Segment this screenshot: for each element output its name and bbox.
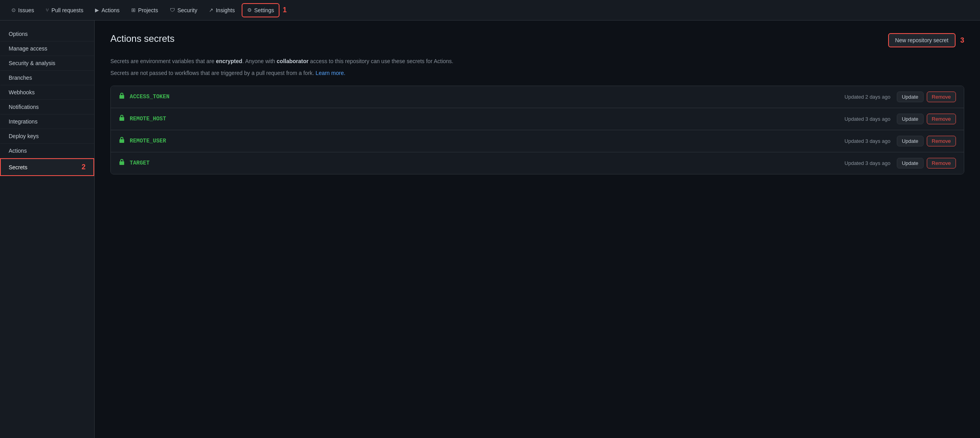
secret-actions: Update Remove [897, 158, 956, 168]
sidebar-item-secrets[interactable]: Secrets 2 [0, 158, 94, 176]
lock-icon [119, 159, 125, 167]
sidebar-item-deploy-keys[interactable]: Deploy keys [0, 129, 94, 144]
nav-item-insights[interactable]: ↗ Insights [204, 4, 240, 17]
sidebar-item-integrations[interactable]: Integrations [0, 114, 94, 129]
nav-item-pull-requests-label: Pull requests [51, 7, 83, 13]
sidebar-item-options[interactable]: Options [0, 27, 94, 41]
sidebar-item-branches[interactable]: Branches [0, 71, 94, 85]
nav-item-insights-label: Insights [216, 7, 235, 13]
settings-icon: ⚙ [247, 7, 252, 13]
lock-icon [119, 93, 125, 101]
top-nav: ⊙ Issues ⑂ Pull requests ▶ Actions ⊞ Pro… [0, 0, 980, 21]
nav-item-projects[interactable]: ⊞ Projects [126, 4, 163, 17]
secret-name: TARGET [130, 160, 844, 166]
nav-item-pull-requests[interactable]: ⑂ Pull requests [41, 4, 88, 17]
nav-item-security[interactable]: 🛡 Security [165, 4, 203, 17]
new-repository-secret-button[interactable]: New repository secret [888, 33, 956, 47]
remove-button[interactable]: Remove [927, 136, 956, 146]
lock-icon [119, 137, 125, 145]
main-content: Actions secrets New repository secret 3 … [95, 21, 980, 438]
secret-actions: Update Remove [897, 92, 956, 102]
secret-actions: Update Remove [897, 136, 956, 146]
secret-updated-timestamp: Updated 3 days ago [844, 138, 890, 144]
sidebar-item-manage-access[interactable]: Manage access [0, 41, 94, 56]
secret-updated-timestamp: Updated 3 days ago [844, 116, 890, 122]
lock-icon [119, 115, 125, 123]
table-row: TARGET Updated 3 days ago Update Remove [111, 152, 964, 174]
projects-icon: ⊞ [131, 7, 136, 13]
nav-item-issues[interactable]: ⊙ Issues [6, 4, 39, 17]
sidebar-item-notifications[interactable]: Notifications [0, 100, 94, 114]
sidebar-item-webhooks[interactable]: Webhooks [0, 85, 94, 100]
sidebar: Options Manage access Security & analysi… [0, 21, 95, 438]
update-button[interactable]: Update [897, 92, 924, 102]
learn-more-link[interactable]: Learn more. [316, 70, 345, 76]
secret-updated-timestamp: Updated 2 days ago [844, 94, 890, 100]
nav-item-actions[interactable]: ▶ Actions [90, 4, 125, 17]
table-row: REMOTE_USER Updated 3 days ago Update Re… [111, 130, 964, 152]
secrets-table: ACCESS_TOKEN Updated 2 days ago Update R… [110, 86, 964, 174]
update-button[interactable]: Update [897, 158, 924, 168]
secret-name: REMOTE_HOST [130, 116, 844, 122]
remove-button[interactable]: Remove [927, 92, 956, 102]
description-line1: Secrets are environment variables that a… [110, 57, 964, 66]
remove-button[interactable]: Remove [927, 114, 956, 124]
annotation-2: 2 [82, 163, 86, 171]
table-row: REMOTE_HOST Updated 3 days ago Update Re… [111, 108, 964, 130]
nav-item-projects-label: Projects [138, 7, 158, 13]
table-row: ACCESS_TOKEN Updated 2 days ago Update R… [111, 86, 964, 108]
pull-requests-icon: ⑂ [46, 7, 49, 13]
sidebar-item-actions[interactable]: Actions [0, 144, 94, 158]
page-layout: Options Manage access Security & analysi… [0, 21, 980, 438]
description-line2: Secrets are not passed to workflows that… [110, 69, 964, 77]
annotation-3: 3 [960, 36, 964, 45]
update-button[interactable]: Update [897, 114, 924, 124]
security-icon: 🛡 [170, 7, 175, 13]
secret-name: ACCESS_TOKEN [130, 94, 844, 100]
nav-item-security-label: Security [177, 7, 197, 13]
secret-name: REMOTE_USER [130, 138, 844, 144]
annotation-1: 1 [283, 6, 287, 14]
sidebar-item-security-analysis[interactable]: Security & analysis [0, 56, 94, 71]
nav-item-issues-label: Issues [18, 7, 34, 13]
update-button[interactable]: Update [897, 136, 924, 146]
remove-button[interactable]: Remove [927, 158, 956, 168]
nav-item-settings[interactable]: ⚙ Settings [242, 3, 280, 17]
issues-icon: ⊙ [11, 7, 16, 13]
insights-icon: ↗ [209, 7, 213, 13]
main-header: Actions secrets New repository secret 3 [110, 33, 964, 47]
nav-item-actions-label: Actions [101, 7, 119, 13]
nav-item-settings-label: Settings [254, 7, 274, 13]
secret-actions: Update Remove [897, 114, 956, 124]
secret-updated-timestamp: Updated 3 days ago [844, 160, 890, 166]
page-title: Actions secrets [110, 33, 175, 44]
actions-icon: ▶ [95, 7, 99, 13]
